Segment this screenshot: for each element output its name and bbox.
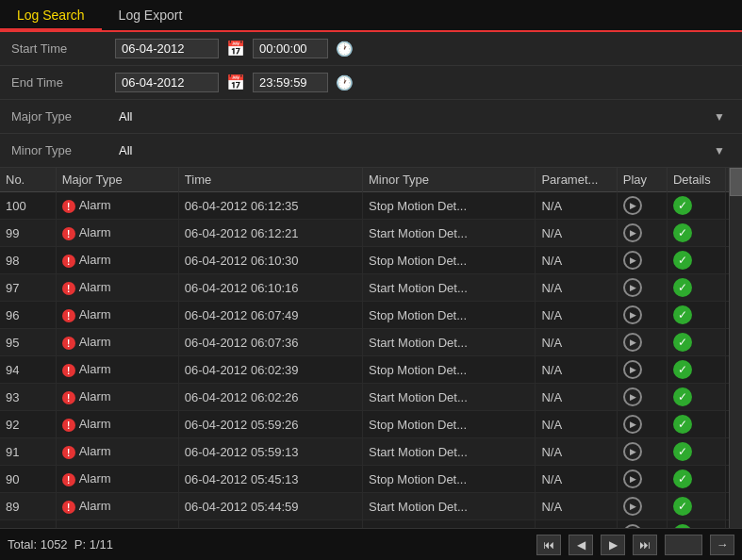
cell-play <box>617 466 667 493</box>
alarm-icon <box>62 391 75 404</box>
end-date-calendar-icon[interactable]: 📅 <box>226 74 245 91</box>
cell-details <box>667 302 725 329</box>
minor-type-dropdown[interactable]: All ▼ <box>115 143 731 157</box>
cell-play <box>617 274 667 302</box>
details-check-icon[interactable] <box>673 469 692 488</box>
play-icon[interactable] <box>623 497 642 516</box>
cell-major: Alarm <box>56 520 178 529</box>
page-number-input[interactable] <box>665 535 702 555</box>
table-row: 97 Alarm 06-04-2012 06:10:16 Start Motio… <box>0 274 742 302</box>
play-icon[interactable] <box>623 415 642 434</box>
cell-play <box>617 302 667 329</box>
minor-type-chevron-icon: ▼ <box>714 144 731 157</box>
play-icon[interactable] <box>623 278 642 297</box>
play-icon[interactable] <box>623 196 642 215</box>
cell-no: 95 <box>0 329 56 356</box>
col-param: Paramet... <box>536 168 617 192</box>
scrollbar-thumb[interactable] <box>730 168 742 196</box>
end-time-input[interactable] <box>253 73 328 92</box>
first-page-button[interactable]: ⏮ <box>536 535 561 555</box>
major-type-dropdown[interactable]: All ▼ <box>115 109 731 124</box>
prev-page-button[interactable]: ◀ <box>569 535 593 555</box>
tab-log-export[interactable]: Log Export <box>102 2 200 28</box>
play-icon[interactable] <box>623 387 642 406</box>
details-check-icon[interactable] <box>673 387 692 406</box>
alarm-icon <box>62 255 75 268</box>
details-check-icon[interactable] <box>673 524 692 528</box>
details-check-icon[interactable] <box>673 305 692 324</box>
cell-no: 93 <box>0 384 56 411</box>
footer-total: Total: 1052 P: 1/11 <box>8 537 529 552</box>
start-date-calendar-icon[interactable]: 📅 <box>226 40 245 58</box>
details-check-icon[interactable] <box>673 360 692 379</box>
start-time-input[interactable] <box>253 39 328 58</box>
cell-param: N/A <box>536 520 617 529</box>
cell-no: 99 <box>0 220 56 247</box>
alarm-icon <box>62 446 75 459</box>
play-button[interactable]: ▶ <box>601 535 625 555</box>
cell-minor: Stop Motion Det... <box>363 302 536 329</box>
next-page-button[interactable]: ⏭ <box>633 535 657 555</box>
play-icon[interactable] <box>623 333 642 352</box>
end-time-clock-icon[interactable]: 🕐 <box>336 74 354 91</box>
cell-no: 98 <box>0 247 56 274</box>
go-button[interactable]: → <box>710 535 734 555</box>
details-check-icon[interactable] <box>673 497 692 516</box>
details-check-icon[interactable] <box>673 415 692 434</box>
cell-major: Alarm <box>56 302 178 329</box>
cell-time: 06-04-2012 05:44:59 <box>178 493 362 520</box>
table-header: No. Major Type Time Minor Type Paramet..… <box>0 168 742 192</box>
cell-play <box>617 220 667 247</box>
play-icon[interactable] <box>623 251 642 270</box>
cell-time: 06-04-2012 06:10:30 <box>178 247 362 274</box>
start-date-input[interactable] <box>115 39 219 58</box>
details-check-icon[interactable] <box>673 196 692 215</box>
cell-details <box>667 220 725 247</box>
end-date-input[interactable] <box>115 73 219 92</box>
table-row: 88 Alarm 06-04-2012 05:43:15 Stop Motion… <box>0 520 742 529</box>
cell-no: 100 <box>0 192 56 220</box>
start-time-label: Start Time <box>11 41 115 56</box>
details-check-icon[interactable] <box>673 223 692 242</box>
cell-param: N/A <box>536 274 617 302</box>
cell-details <box>667 438 725 466</box>
play-icon[interactable] <box>623 442 642 461</box>
cell-no: 88 <box>0 520 56 529</box>
table-row: 90 Alarm 06-04-2012 05:45:13 Stop Motion… <box>0 466 742 493</box>
log-table-wrapper: No. Major Type Time Minor Type Paramet..… <box>0 168 742 528</box>
details-check-icon[interactable] <box>673 251 692 270</box>
cell-minor: Start Motion Det... <box>363 220 536 247</box>
table-row: 94 Alarm 06-04-2012 06:02:39 Stop Motion… <box>0 356 742 384</box>
cell-minor: Stop Motion Det... <box>363 356 536 384</box>
start-time-clock-icon[interactable]: 🕐 <box>336 41 354 58</box>
cell-param: N/A <box>536 466 617 493</box>
scrollbar-track[interactable] <box>729 168 742 528</box>
cell-details <box>667 247 725 274</box>
play-icon[interactable] <box>623 360 642 379</box>
play-icon[interactable] <box>623 524 642 528</box>
play-icon[interactable] <box>623 305 642 324</box>
alarm-icon <box>62 419 75 432</box>
cell-param: N/A <box>536 411 617 438</box>
alarm-icon <box>62 501 75 514</box>
cell-param: N/A <box>536 493 617 520</box>
table-row: 95 Alarm 06-04-2012 06:07:36 Start Motio… <box>0 329 742 356</box>
cell-major: Alarm <box>56 247 178 274</box>
play-icon[interactable] <box>623 469 642 488</box>
table-row: 93 Alarm 06-04-2012 06:02:26 Start Motio… <box>0 384 742 411</box>
table-row: 91 Alarm 06-04-2012 05:59:13 Start Motio… <box>0 438 742 466</box>
tab-log-search[interactable]: Log Search <box>0 2 102 30</box>
details-check-icon[interactable] <box>673 333 692 352</box>
play-icon[interactable] <box>623 223 642 242</box>
details-check-icon[interactable] <box>673 442 692 461</box>
cell-param: N/A <box>536 220 617 247</box>
details-check-icon[interactable] <box>673 278 692 297</box>
alarm-icon <box>62 309 75 322</box>
cell-major: Alarm <box>56 274 178 302</box>
alarm-icon <box>62 200 75 213</box>
cell-time: 06-04-2012 06:12:35 <box>178 192 362 220</box>
table-row: 99 Alarm 06-04-2012 06:12:21 Start Motio… <box>0 220 742 247</box>
col-time: Time <box>178 168 362 192</box>
cell-details <box>667 192 725 220</box>
cell-details <box>667 466 725 493</box>
